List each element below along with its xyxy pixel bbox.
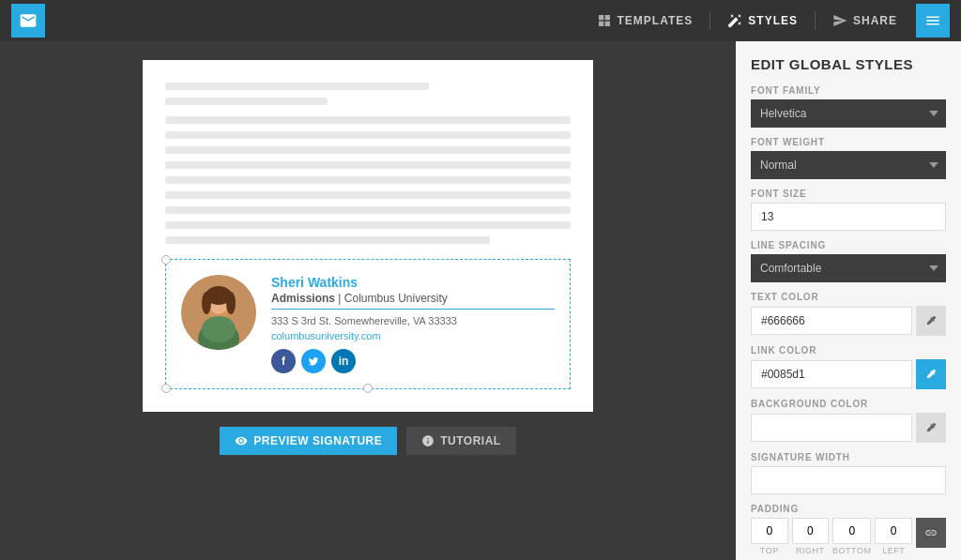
- font-family-select[interactable]: Helvetica: [751, 99, 946, 128]
- placeholder-block-1: [165, 83, 571, 105]
- link-icon: [924, 526, 938, 539]
- nav-divider-1: [709, 11, 710, 30]
- padding-left-input[interactable]: [875, 518, 912, 544]
- signature-content: Sheri Watkins Admissions | Columbus Univ…: [181, 275, 555, 373]
- line-spacing-select[interactable]: Comfortable: [751, 254, 946, 282]
- link-color-swatch-button[interactable]: [916, 359, 946, 389]
- svg-rect-2: [599, 22, 603, 26]
- email-preview: Sheri Watkins Admissions | Columbus Univ…: [143, 60, 593, 412]
- color-picker-icon: [924, 314, 938, 327]
- color-picker-icon-3: [924, 421, 938, 434]
- top-nav: TEMPLATES STYLES SHARE: [0, 0, 961, 41]
- svg-rect-1: [604, 15, 609, 20]
- sig-title-company: Admissions | Columbus University: [271, 292, 555, 305]
- padding-bottom-input[interactable]: [832, 518, 871, 544]
- resize-handle-bl[interactable]: [161, 384, 171, 393]
- sig-width-input[interactable]: [751, 466, 946, 494]
- font-size-label: FONT SIZE: [751, 189, 946, 199]
- nav-share[interactable]: SHARE: [821, 8, 908, 34]
- padding-right-input[interactable]: [792, 518, 830, 544]
- sig-website: columbusuniversity.com: [271, 330, 555, 341]
- padding-label: PADDING: [751, 504, 946, 514]
- twitter-icon[interactable]: [301, 349, 326, 373]
- avatar: [181, 275, 256, 350]
- sig-title: Admissions: [271, 292, 335, 305]
- placeholder-line: [165, 206, 571, 214]
- hamburger-button[interactable]: [916, 4, 950, 38]
- link-color-row: [751, 359, 946, 389]
- sig-name: Sheri Watkins: [271, 275, 555, 290]
- signature-container: Sheri Watkins Admissions | Columbus Univ…: [165, 259, 571, 389]
- bg-color-label: BACKGROUND COLOR: [751, 399, 946, 409]
- social-icons: f in: [271, 349, 555, 373]
- padding-right-wrap: RIGHT: [792, 518, 830, 555]
- placeholder-block-2: [165, 116, 571, 244]
- font-weight-select[interactable]: Normal: [751, 151, 946, 179]
- tutorial-icon: [421, 434, 435, 447]
- svg-point-11: [202, 316, 236, 342]
- link-color-input[interactable]: [751, 360, 912, 388]
- nav-templates[interactable]: TEMPLATES: [586, 8, 705, 34]
- padding-right-label: RIGHT: [796, 546, 825, 555]
- placeholder-line: [165, 221, 571, 229]
- panel-content: EDIT GLOBAL STYLES FONT FAMILY Helvetica…: [736, 41, 961, 560]
- resize-handle-bb[interactable]: [363, 384, 373, 393]
- app-logo[interactable]: [11, 4, 45, 38]
- sig-divider: [271, 309, 555, 310]
- text-color-label: TEXT COLOR: [751, 292, 946, 302]
- preview-icon: [235, 434, 248, 447]
- text-color-row: [751, 306, 946, 336]
- bg-color-input[interactable]: [751, 414, 912, 442]
- tutorial-button[interactable]: TUTORIAL: [406, 427, 515, 455]
- placeholder-line: [165, 236, 490, 244]
- placeholder-line: [165, 131, 571, 139]
- padding-bottom-label: BOTTOM: [832, 546, 871, 555]
- main-area: Sheri Watkins Admissions | Columbus Univ…: [0, 41, 961, 560]
- placeholder-line: [165, 146, 571, 154]
- styles-label: STYLES: [748, 14, 798, 27]
- nav-divider-2: [815, 11, 816, 30]
- padding-row: TOP RIGHT BOTTOM LEFT: [751, 518, 946, 555]
- logo-icon: [19, 11, 38, 30]
- padding-left-wrap: LEFT: [875, 518, 912, 555]
- linkedin-icon[interactable]: in: [331, 349, 356, 373]
- signature-text-block: Sheri Watkins Admissions | Columbus Univ…: [271, 275, 555, 373]
- right-panel: EDIT GLOBAL STYLES FONT FAMILY Helvetica…: [736, 41, 961, 560]
- avatar-image: [181, 275, 256, 350]
- share-icon: [832, 13, 847, 28]
- styles-icon: [727, 13, 742, 28]
- line-spacing-label: LINE SPACING: [751, 240, 946, 250]
- color-picker-icon-2: [924, 368, 938, 381]
- bg-color-swatch-button[interactable]: [916, 413, 946, 443]
- nav-styles[interactable]: STYLES: [716, 8, 809, 34]
- share-label: SHARE: [853, 14, 897, 27]
- svg-point-9: [226, 292, 236, 314]
- padding-link-button[interactable]: [916, 518, 946, 548]
- text-color-swatch-button[interactable]: [916, 306, 946, 336]
- tutorial-label: TUTORIAL: [440, 434, 500, 447]
- padding-bottom-wrap: BOTTOM: [832, 518, 871, 555]
- preview-signature-button[interactable]: PREVIEW SIGNATURE: [220, 427, 397, 455]
- preview-signature-label: PREVIEW SIGNATURE: [253, 434, 382, 447]
- font-family-label: FONT FAMILY: [751, 85, 946, 96]
- padding-top-input[interactable]: [751, 518, 788, 544]
- placeholder-line: [165, 98, 328, 105]
- padding-left-label: LEFT: [882, 546, 905, 555]
- canvas-area: Sheri Watkins Admissions | Columbus Univ…: [0, 41, 736, 560]
- hamburger-icon: [924, 12, 941, 29]
- svg-point-8: [202, 292, 211, 314]
- resize-handle-tl[interactable]: [161, 255, 171, 265]
- placeholder-line: [165, 161, 571, 169]
- placeholder-line: [165, 176, 571, 184]
- font-size-input[interactable]: [751, 203, 946, 231]
- panel-title: EDIT GLOBAL STYLES: [751, 56, 946, 72]
- facebook-icon[interactable]: f: [271, 349, 296, 373]
- svg-rect-3: [604, 22, 609, 26]
- padding-top-wrap: TOP: [751, 518, 788, 555]
- sig-address: 333 S 3rd St. Somewhereville, VA 33333: [271, 315, 555, 326]
- text-color-input[interactable]: [751, 307, 912, 335]
- templates-icon: [597, 13, 612, 28]
- sig-company: Columbus University: [344, 292, 448, 305]
- templates-label: TEMPLATES: [618, 14, 694, 27]
- svg-rect-0: [599, 15, 603, 20]
